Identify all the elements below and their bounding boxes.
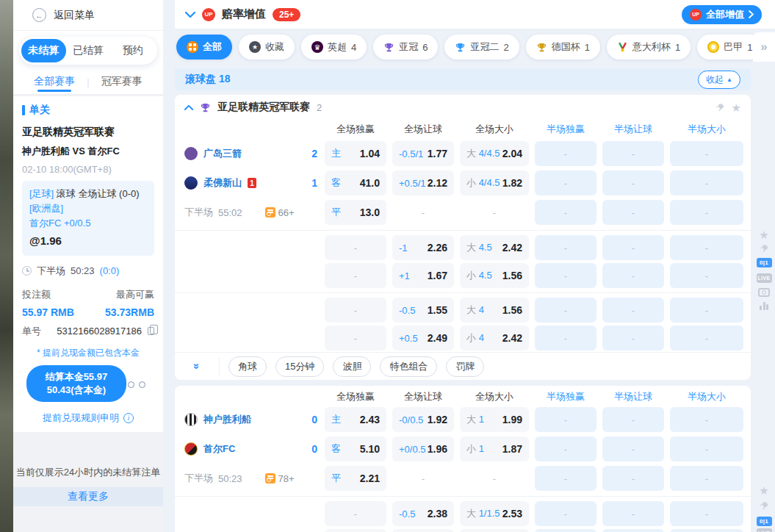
team-cell[interactable]: 广岛三箭 2: [175, 147, 319, 160]
odds-cell-empty[interactable]: -: [670, 501, 743, 526]
odds-cell-empty[interactable]: -: [535, 298, 596, 323]
odds-cell-home-win[interactable]: 主1.04: [325, 141, 386, 166]
odds-cell-empty[interactable]: -: [535, 436, 596, 461]
odds-cell-empty[interactable]: -: [602, 263, 664, 288]
odds-cell-empty[interactable]: -: [535, 235, 596, 260]
odds-cell-handicap[interactable]: -12.26: [392, 235, 454, 260]
odds-cell-empty[interactable]: -: [602, 436, 664, 461]
odds-cell-empty[interactable]: -: [670, 141, 743, 166]
match1-stream-icon[interactable]: [756, 288, 772, 297]
odds-cell-empty[interactable]: -: [602, 407, 664, 432]
odds-cell-handicap-away[interactable]: +0.5/12.12: [392, 170, 454, 195]
expand-double-chevron-icon[interactable]: »: [175, 360, 219, 373]
odds-cell-empty[interactable]: [325, 529, 386, 532]
odds-cell-empty[interactable]: -: [325, 326, 386, 351]
odds-cell-handicap[interactable]: -0.51.55: [392, 298, 454, 323]
odds-cell-handicap-home[interactable]: -0.5/11.77: [392, 141, 454, 166]
tab-acl[interactable]: 亚冠 6: [373, 35, 438, 60]
boost-count[interactable]: 66+: [265, 207, 295, 218]
odds-cell-draw[interactable]: 平2.21: [325, 466, 386, 491]
odds-cell-empty[interactable]: -: [535, 466, 596, 491]
odds-cell-home-win[interactable]: 主2.43: [325, 407, 386, 432]
odds-cell-empty[interactable]: -: [670, 235, 743, 260]
odds-cell-empty[interactable]: -: [670, 436, 743, 461]
team-cell[interactable]: 神户胜利船 0: [175, 413, 319, 426]
match2-star-icon[interactable]: [756, 485, 772, 496]
odds-cell-empty[interactable]: [602, 529, 664, 532]
match1-star-icon[interactable]: [756, 229, 772, 240]
chevron-down-icon[interactable]: [185, 8, 195, 21]
odds-cell-draw[interactable]: 平13.0: [325, 200, 386, 225]
odds-cell-over[interactable]: 大 1/1.52.53: [460, 501, 529, 526]
odds-cell-over[interactable]: 大 4/4.52.04: [460, 141, 529, 166]
col-header[interactable]: 半场让球: [602, 123, 664, 136]
odds-cell-empty[interactable]: -: [602, 200, 664, 225]
market-tab-specials[interactable]: 特色组合: [380, 356, 437, 377]
odds-cell-under[interactable]: 小 4/4.51.82: [460, 170, 529, 195]
odds-cell-empty[interactable]: -: [325, 235, 386, 260]
odds-cell-handicap[interactable]: +0.52.49: [392, 326, 454, 351]
tab-favorites[interactable]: 收藏: [239, 35, 295, 60]
star-icon[interactable]: [732, 102, 741, 113]
view-more-link[interactable]: 查看更多: [13, 487, 163, 506]
col-header[interactable]: 半场大小: [670, 123, 743, 136]
odds-cell-empty[interactable]: -: [602, 326, 664, 351]
odds-cell-empty[interactable]: -: [670, 466, 743, 491]
odds-cell-empty[interactable]: -: [670, 263, 743, 288]
all-boost-button[interactable]: UP 全部增值: [682, 5, 762, 24]
cashout-rules-link[interactable]: 提前兑现规则申明: [22, 411, 154, 425]
odds-cell-empty[interactable]: -: [535, 501, 596, 526]
odds-cell-empty[interactable]: -: [670, 407, 743, 432]
odds-cell-over[interactable]: 大 11.99: [460, 407, 529, 432]
odds-cell-empty[interactable]: [670, 529, 743, 532]
pin-icon[interactable]: [715, 103, 725, 112]
odds-cell-handicap-home[interactable]: -0/0.51.92: [392, 407, 454, 432]
cashout-button[interactable]: 结算本金55.97 50.43(含本金): [26, 365, 126, 402]
odds-cell-empty[interactable]: -: [670, 170, 743, 195]
odds-cell-under[interactable]: 小 11.87: [460, 436, 529, 461]
tab-unsettled[interactable]: 未结算: [21, 39, 66, 62]
market-tab-corners[interactable]: 角球: [228, 356, 267, 377]
odds-cell-over[interactable]: 大 4.52.42: [460, 235, 529, 260]
odds-cell-empty[interactable]: -: [535, 407, 596, 432]
odds-cell-empty[interactable]: -: [602, 466, 664, 491]
odds-cell-handicap-away[interactable]: +0/0.51.96: [392, 436, 454, 461]
tab-acl2[interactable]: 亚冠二 2: [444, 35, 519, 60]
tab-settled[interactable]: 已结算: [66, 39, 111, 62]
odds-cell-empty[interactable]: [392, 529, 454, 532]
chevron-up-icon[interactable]: [184, 104, 193, 110]
odds-cell-away-win[interactable]: 客5.10: [325, 436, 386, 461]
odds-cell-empty[interactable]: [460, 529, 529, 532]
tab-premier-league[interactable]: 英超 4: [301, 35, 367, 60]
odds-cell-empty[interactable]: -: [602, 501, 664, 526]
back-bar[interactable]: 返回菜单: [13, 0, 163, 31]
subtab-champion-events[interactable]: 冠军赛事: [90, 69, 154, 94]
odds-cell-handicap[interactable]: -0.52.38: [392, 501, 454, 526]
collapse-button[interactable]: 收起 ▲: [698, 71, 740, 89]
odds-cell-empty[interactable]: -: [535, 141, 596, 166]
tab-coppa-italia[interactable]: 意大利杯 1: [607, 35, 691, 60]
odds-cell-empty[interactable]: -: [325, 263, 386, 288]
tab-all-leagues[interactable]: 全部: [176, 35, 232, 60]
match1-stats-icon[interactable]: [756, 302, 772, 310]
odds-cell-empty[interactable]: -: [670, 326, 743, 351]
odds-cell-empty[interactable]: -: [602, 298, 664, 323]
team-cell[interactable]: 首尔FC 0: [175, 442, 319, 456]
odds-cell-empty[interactable]: -: [535, 200, 596, 225]
odds-cell-empty[interactable]: -: [602, 235, 664, 260]
copy-icon[interactable]: [148, 327, 154, 335]
tab-dfb-pokal[interactable]: 德国杯 1: [526, 35, 600, 60]
odds-cell-away-win[interactable]: 客41.0: [325, 170, 386, 195]
tab-reserved[interactable]: 预约: [110, 39, 155, 62]
match2-pin-icon[interactable]: [756, 501, 772, 511]
odds-cell-under[interactable]: 小 42.42: [460, 326, 529, 351]
odds-cell-empty[interactable]: -: [602, 141, 664, 166]
market-tab-cards[interactable]: 罚牌: [446, 356, 484, 377]
col-header[interactable]: 半场独赢: [535, 123, 596, 136]
odds-cell-empty[interactable]: -: [325, 298, 386, 323]
odds-cell-empty[interactable]: -: [535, 263, 596, 288]
odds-cell-empty[interactable]: -: [670, 200, 743, 225]
market-tab-correct-score[interactable]: 波胆: [333, 356, 371, 377]
odds-cell-empty[interactable]: -: [602, 170, 664, 195]
team-cell[interactable]: 柔佛新山 1 1: [175, 176, 319, 190]
